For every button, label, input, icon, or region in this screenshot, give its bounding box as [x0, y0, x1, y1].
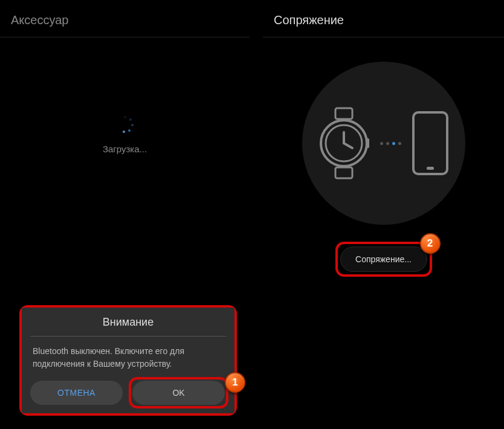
dialog-highlight: Внимание Bluetooth выключен. Включите ег…	[19, 305, 237, 416]
svg-rect-4	[366, 138, 369, 148]
spinner-icon	[116, 115, 134, 133]
dialog-message: Bluetooth выключен. Включите его для под…	[22, 345, 234, 381]
svg-rect-1	[335, 167, 352, 178]
loading-indicator: Загрузка...	[0, 115, 250, 154]
bluetooth-dialog: Внимание Bluetooth выключен. Включите ег…	[22, 308, 234, 413]
cancel-button[interactable]: ОТМЕНА	[30, 381, 123, 405]
loading-text: Загрузка...	[0, 144, 250, 154]
left-title: Аксессуар	[11, 13, 239, 27]
svg-rect-8	[427, 167, 434, 170]
phone-icon	[411, 110, 450, 176]
watch-icon	[317, 107, 370, 179]
dialog-buttons: ОТМЕНА OK	[22, 381, 234, 405]
pair-button[interactable]: Сопряжение...	[340, 247, 427, 272]
ok-button-highlight: OK	[129, 377, 228, 408]
svg-rect-7	[413, 112, 447, 174]
ok-button[interactable]: OK	[132, 381, 225, 405]
dialog-title: Внимание	[22, 308, 234, 336]
svg-line-6	[344, 143, 352, 148]
right-header: Сопряжение	[263, 0, 504, 37]
pairing-illustration	[302, 62, 465, 225]
annotation-badge-1: 1	[225, 372, 245, 393]
connection-dots-icon	[380, 142, 401, 145]
left-pane: Аксессуар Загрузка... Внимание Bluetooth…	[0, 0, 251, 429]
left-header: Аксессуар	[0, 0, 250, 37]
right-pane: Сопряжение Сопряжение... 2	[251, 0, 504, 429]
dialog-separator	[30, 336, 226, 337]
pair-button-highlight: Сопряжение... 2	[335, 242, 432, 277]
annotation-badge-2: 2	[420, 233, 441, 254]
svg-rect-0	[335, 108, 352, 119]
right-title: Сопряжение	[274, 13, 493, 27]
